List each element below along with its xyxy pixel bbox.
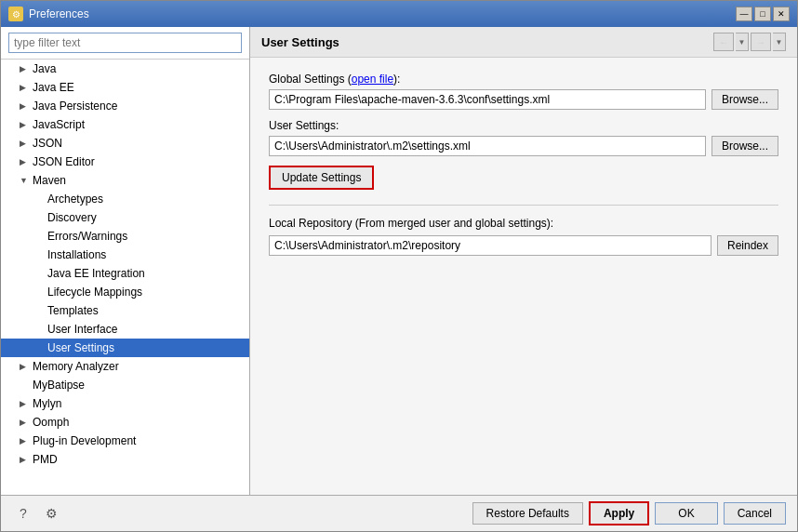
tree-item-memory-analyzer[interactable]: ▶Memory Analyzer bbox=[1, 357, 249, 376]
bottom-left: ? ⚙ bbox=[12, 502, 62, 525]
nav-back-button[interactable]: ← bbox=[713, 33, 734, 51]
maximize-button[interactable]: □ bbox=[754, 7, 771, 21]
tree-item-errors-warnings[interactable]: Errors/Warnings bbox=[1, 227, 249, 246]
tree-item-lifecycle-mappings[interactable]: Lifecycle Mappings bbox=[1, 283, 249, 301]
local-repo-row: Reindex bbox=[269, 235, 778, 256]
close-button[interactable]: ✕ bbox=[773, 7, 790, 21]
tree-item-label: Discovery bbox=[47, 211, 97, 224]
tree-item-label: PMD bbox=[33, 453, 58, 466]
window-icon: ⚙ bbox=[8, 7, 23, 21]
tree-arrow-icon: ▶ bbox=[20, 139, 29, 148]
nav-back-dropdown[interactable]: ▼ bbox=[736, 33, 749, 51]
bottom-right: Restore Defaults Apply OK Cancel bbox=[472, 501, 786, 525]
global-settings-row: Browse... bbox=[269, 89, 778, 110]
restore-defaults-button[interactable]: Restore Defaults bbox=[472, 502, 583, 525]
tree-item-java-persistence[interactable]: ▶Java Persistence bbox=[1, 97, 249, 115]
filter-input[interactable] bbox=[8, 33, 242, 53]
tree-arrow-icon: ▶ bbox=[20, 362, 29, 371]
tree-item-javascript[interactable]: ▶JavaScript bbox=[1, 115, 249, 134]
title-bar: ⚙ Preferences — □ ✕ bbox=[1, 1, 797, 27]
nav-arrows: ← ▼ → ▼ bbox=[713, 33, 786, 51]
preferences-window: ⚙ Preferences — □ ✕ ▶Java▶Java EE▶Java P… bbox=[0, 0, 798, 532]
tree-item-label: Mylyn bbox=[33, 397, 61, 410]
update-settings-button[interactable]: Update Settings bbox=[269, 166, 374, 190]
tree-item-label: Java Persistence bbox=[33, 100, 117, 113]
nav-forward-dropdown[interactable]: ▼ bbox=[773, 33, 786, 51]
tree-item-label: User Interface bbox=[47, 323, 117, 336]
tree-item-label: JSON bbox=[33, 137, 62, 150]
user-settings-label-text: User Settings: bbox=[269, 119, 778, 132]
tree-arrow-icon: ▶ bbox=[20, 399, 29, 408]
filter-wrap bbox=[1, 27, 249, 60]
tree-item-templates[interactable]: Templates bbox=[1, 301, 249, 320]
global-browse-button[interactable]: Browse... bbox=[712, 89, 778, 110]
right-header: User Settings ← ▼ → ▼ bbox=[250, 27, 797, 58]
update-settings-wrap: Update Settings bbox=[269, 166, 778, 190]
tree-arrow-icon: ▶ bbox=[20, 436, 29, 446]
user-browse-button[interactable]: Browse... bbox=[712, 136, 778, 156]
tree-item-json[interactable]: ▶JSON bbox=[1, 134, 249, 153]
tree-item-label: Java bbox=[33, 62, 56, 75]
tree-item-label: Maven bbox=[33, 174, 66, 187]
tree-item-label: JSON Editor bbox=[33, 155, 95, 168]
nav-forward-button[interactable]: → bbox=[751, 33, 771, 51]
tree-item-label: Java EE bbox=[33, 81, 74, 94]
tree-item-java[interactable]: ▶Java bbox=[1, 60, 249, 78]
tree-item-archetypes[interactable]: Archetypes bbox=[1, 190, 249, 208]
tree-arrow-icon: ▶ bbox=[20, 83, 29, 92]
tree-item-user-interface[interactable]: User Interface bbox=[1, 320, 249, 339]
tree-item-label: Installations bbox=[47, 248, 106, 261]
tree-item-label: Templates bbox=[47, 304, 99, 317]
tree-arrow-icon: ▶ bbox=[20, 418, 29, 427]
tree-item-label: Java EE Integration bbox=[47, 267, 145, 280]
main-content: ▶Java▶Java EE▶Java Persistence▶JavaScrip… bbox=[1, 27, 797, 495]
settings-icon-button[interactable]: ⚙ bbox=[40, 502, 62, 525]
reindex-button[interactable]: Reindex bbox=[717, 235, 778, 256]
user-settings-row: Browse... bbox=[269, 136, 778, 156]
global-settings-label: Global Settings (open file): bbox=[269, 73, 778, 86]
local-repo-label: Local Repository (From merged user and g… bbox=[269, 217, 778, 230]
tree-arrow-icon: ▶ bbox=[20, 64, 29, 73]
tree-arrow-icon: ▶ bbox=[20, 157, 29, 166]
cancel-button[interactable]: Cancel bbox=[724, 502, 786, 525]
user-settings-input[interactable] bbox=[269, 136, 706, 156]
tree-item-maven[interactable]: ▼Maven bbox=[1, 171, 249, 190]
window-title: Preferences bbox=[29, 7, 89, 20]
tree-arrow-icon: ▶ bbox=[20, 101, 29, 111]
tree-arrow-icon: ▶ bbox=[20, 120, 29, 129]
tree-item-label: Errors/Warnings bbox=[47, 230, 127, 243]
apply-button[interactable]: Apply bbox=[589, 501, 649, 525]
tree-item-label: MyBatipse bbox=[33, 379, 85, 392]
tree-arrow-icon: ▶ bbox=[20, 455, 29, 464]
tree-item-java-ee-integration[interactable]: Java EE Integration bbox=[1, 264, 249, 283]
tree-item-plug-in-development[interactable]: ▶Plug-in Development bbox=[1, 432, 249, 450]
ok-button[interactable]: OK bbox=[655, 502, 717, 525]
bottom-bar: ? ⚙ Restore Defaults Apply OK Cancel bbox=[1, 495, 797, 531]
tree-item-user-settings[interactable]: User Settings bbox=[1, 339, 249, 357]
tree-item-label: User Settings bbox=[47, 341, 114, 354]
left-panel: ▶Java▶Java EE▶Java Persistence▶JavaScrip… bbox=[1, 27, 250, 495]
minimize-button[interactable]: — bbox=[736, 7, 752, 21]
local-repo-input[interactable] bbox=[269, 235, 712, 256]
global-settings-input[interactable] bbox=[269, 89, 706, 110]
tree-item-label: Oomph bbox=[33, 416, 69, 429]
tree-item-mylyn[interactable]: ▶Mylyn bbox=[1, 394, 249, 413]
tree-item-label: JavaScript bbox=[33, 118, 85, 131]
tree-item-discovery[interactable]: Discovery bbox=[1, 208, 249, 227]
tree-item-java-ee[interactable]: ▶Java EE bbox=[1, 78, 249, 97]
title-bar-left: ⚙ Preferences bbox=[8, 7, 89, 21]
tree-item-pmd[interactable]: ▶PMD bbox=[1, 450, 249, 469]
right-body: Global Settings (open file): Browse... U… bbox=[250, 58, 797, 495]
tree-item-label: Memory Analyzer bbox=[33, 360, 119, 373]
open-file-link[interactable]: open file bbox=[352, 73, 393, 86]
tree-item-json-editor[interactable]: ▶JSON Editor bbox=[1, 153, 249, 171]
title-bar-controls: — □ ✕ bbox=[736, 7, 790, 21]
tree-item-mybatipse[interactable]: MyBatipse bbox=[1, 376, 249, 394]
help-button[interactable]: ? bbox=[12, 502, 34, 525]
tree-item-label: Archetypes bbox=[47, 193, 103, 206]
tree-item-oomph[interactable]: ▶Oomph bbox=[1, 413, 249, 432]
tree-item-label: Lifecycle Mappings bbox=[47, 286, 142, 299]
divider bbox=[269, 205, 778, 206]
tree-item-label: Plug-in Development bbox=[33, 434, 136, 447]
tree-item-installations[interactable]: Installations bbox=[1, 246, 249, 264]
